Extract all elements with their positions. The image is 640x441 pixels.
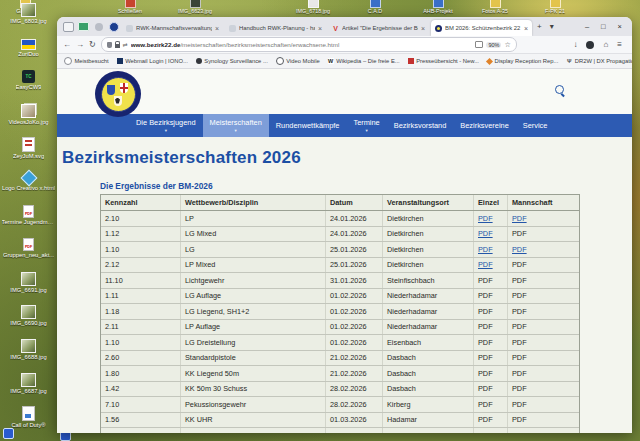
- mannschaft-pdf-link[interactable]: PDF: [512, 338, 527, 347]
- pinned-tab-icon[interactable]: [78, 21, 89, 32]
- cell-ort: Steinfischbach: [383, 273, 474, 288]
- pinned-tab-icon[interactable]: [108, 21, 119, 32]
- desktop-icon[interactable]: C.A.D: [350, 0, 400, 14]
- desktop-icon[interactable]: PDF Termine Jugendme...: [1, 202, 57, 236]
- einzel-pdf-link[interactable]: PDF: [478, 400, 493, 409]
- browser-tab[interactable]: V Artikel "Die Ergebnisse der Bezi...: [328, 20, 429, 36]
- bookmark-item[interactable]: Display Reception Rep...: [487, 57, 558, 65]
- tab-close-icon[interactable]: [318, 25, 322, 32]
- desktop-icon[interactable]: IMG_6718.jpg: [288, 0, 338, 14]
- einzel-pdf-link[interactable]: PDF: [478, 431, 493, 433]
- desktop-icon[interactable]: IMG_6687.jpg: [1, 370, 57, 404]
- mannschaft-pdf-link[interactable]: PDF: [512, 307, 527, 316]
- browser-tab[interactable]: RWK-Mannschaftsverwaltung: [122, 20, 223, 36]
- tab-close-icon[interactable]: [215, 25, 219, 32]
- adblock-extension-icon[interactable]: [586, 41, 594, 49]
- desktop-icon[interactable]: VideosJoKo.jpg: [1, 101, 57, 135]
- desktop-icon[interactable]: Logo Creativo x.html: [1, 168, 57, 202]
- desktop-icon[interactable]: TC EasyCW9: [1, 67, 57, 101]
- nav-item[interactable]: Meisterschaften: [203, 114, 269, 137]
- address-bar[interactable]: ⇄ www.bezirk22.de/meisterschaften/bezirk…: [101, 37, 517, 52]
- mannschaft-pdf-link[interactable]: PDF: [512, 400, 527, 409]
- tab-close-icon[interactable]: [421, 25, 425, 32]
- cell-datum: 21.02.2026: [326, 351, 383, 366]
- einzel-pdf-link[interactable]: PDF: [478, 245, 493, 254]
- nav-item[interactable]: Die Bezirksjugend: [129, 114, 203, 137]
- desktop-icon[interactable]: Fotos A-35: [470, 0, 520, 14]
- einzel-pdf-link[interactable]: PDF: [478, 307, 493, 316]
- nav-item[interactable]: Service: [516, 114, 555, 137]
- site-permissions-icon[interactable]: ⇄: [123, 41, 128, 48]
- bookmark-star-icon[interactable]: ☆: [504, 41, 510, 49]
- reader-mode-icon[interactable]: [475, 41, 483, 48]
- desktop-icon[interactable]: Schließen: [105, 0, 155, 14]
- nav-item[interactable]: Bezirksvorstand: [387, 114, 454, 137]
- home-icon[interactable]: ⌂: [603, 40, 608, 49]
- club-logo[interactable]: [95, 71, 141, 117]
- mannschaft-pdf-link[interactable]: PDF: [512, 291, 527, 300]
- einzel-pdf-link[interactable]: PDF: [478, 353, 493, 362]
- mannschaft-pdf-link[interactable]: PDF: [512, 260, 527, 269]
- forward-button[interactable]: →: [76, 40, 84, 50]
- bookmark-item[interactable]: W Wikipedia – Die freie E...: [328, 57, 400, 65]
- einzel-pdf-link[interactable]: PDF: [478, 291, 493, 300]
- maximize-button[interactable]: □: [601, 22, 606, 31]
- lock-icon[interactable]: [115, 44, 120, 48]
- pinned-tab-icon[interactable]: [93, 21, 104, 32]
- mannschaft-pdf-link[interactable]: PDF: [512, 415, 527, 424]
- mannschaft-pdf-link[interactable]: PDF: [512, 353, 527, 362]
- downloads-icon[interactable]: ↓: [573, 40, 577, 49]
- mannschaft-pdf-link[interactable]: PDF: [512, 214, 527, 223]
- tab-close-icon[interactable]: [524, 25, 528, 32]
- bookmark-item[interactable]: Webmail Login | IONO...: [117, 57, 188, 65]
- desktop-icon[interactable]: IMG_6690.jpg: [1, 302, 57, 336]
- desktop-icon[interactable]: ZuriDuo: [1, 34, 57, 68]
- desktop-icon[interactable]: PDF Gruppen_neu_akt...: [1, 235, 57, 269]
- einzel-pdf-link[interactable]: PDF: [478, 338, 493, 347]
- bookmark-item[interactable]: Video Mobile: [276, 57, 320, 65]
- bookmark-item[interactable]: Presseübersicht - New...: [408, 57, 479, 65]
- mannschaft-pdf-link[interactable]: PDF: [512, 245, 527, 254]
- mannschaft-pdf-link[interactable]: PDF: [512, 322, 527, 331]
- new-tab-button[interactable]: +: [537, 22, 542, 31]
- desktop-icon[interactable]: IMG_6623.jpg: [170, 0, 220, 14]
- bookmark-item[interactable]: Meistbesucht: [64, 57, 109, 65]
- nav-item[interactable]: Bezirksvereine: [453, 114, 515, 137]
- zoom-level-badge[interactable]: 90%: [486, 42, 501, 48]
- einzel-pdf-link[interactable]: PDF: [478, 415, 493, 424]
- desktop-icon[interactable]: F-PK 21: [530, 0, 580, 14]
- einzel-pdf-link[interactable]: PDF: [478, 260, 493, 269]
- mannschaft-pdf-link[interactable]: PDF: [512, 384, 527, 393]
- mannschaft-pdf-link[interactable]: PDF: [512, 431, 527, 433]
- back-button[interactable]: ←: [63, 40, 71, 50]
- close-button[interactable]: ×: [618, 22, 622, 31]
- browser-tab[interactable]: BM 2026: Schützenbezirk 22: [431, 20, 532, 36]
- mannschaft-pdf-link[interactable]: PDF: [512, 229, 527, 238]
- nav-item[interactable]: Rundenwettkämpfe: [269, 114, 347, 137]
- desktop-icon[interactable]: [3, 428, 14, 439]
- einzel-pdf-link[interactable]: PDF: [478, 322, 493, 331]
- bookmark-item[interactable]: Synology Surveillance ...: [196, 57, 268, 65]
- desktop-icon[interactable]: ZeyJuM.svg: [1, 134, 57, 168]
- einzel-pdf-link[interactable]: PDF: [478, 384, 493, 393]
- desktop-icon[interactable]: IMG_6688.jpg: [1, 336, 57, 370]
- browser-tab[interactable]: Handbuch RWK-Planung - han...: [225, 20, 326, 36]
- mannschaft-pdf-link[interactable]: PDF: [512, 369, 527, 378]
- search-icon[interactable]: [555, 85, 564, 94]
- nav-item[interactable]: Termine: [346, 114, 386, 137]
- desktop-icon[interactable]: IMG_6691.jpg: [1, 269, 57, 303]
- minimize-button[interactable]: –: [585, 22, 589, 31]
- einzel-pdf-link[interactable]: PDF: [478, 276, 493, 285]
- mannschaft-pdf-link[interactable]: PDF: [512, 276, 527, 285]
- firefox-view-icon[interactable]: [63, 21, 74, 32]
- einzel-pdf-link[interactable]: PDF: [478, 229, 493, 238]
- einzel-pdf-link[interactable]: PDF: [478, 214, 493, 223]
- menu-icon[interactable]: ≡: [617, 40, 622, 49]
- tracking-protection-shield-icon[interactable]: [107, 42, 112, 48]
- einzel-pdf-link[interactable]: PDF: [478, 369, 493, 378]
- desktop-icon[interactable]: IMG_6803.jpg: [1, 0, 57, 34]
- desktop-icon[interactable]: AHB-Projekt: [413, 0, 463, 14]
- bookmark-item[interactable]: Ψ DR2W | DX Propagation: [566, 57, 632, 65]
- list-tabs-icon[interactable]: ▾: [550, 22, 554, 31]
- reload-button[interactable]: ↻: [89, 40, 96, 50]
